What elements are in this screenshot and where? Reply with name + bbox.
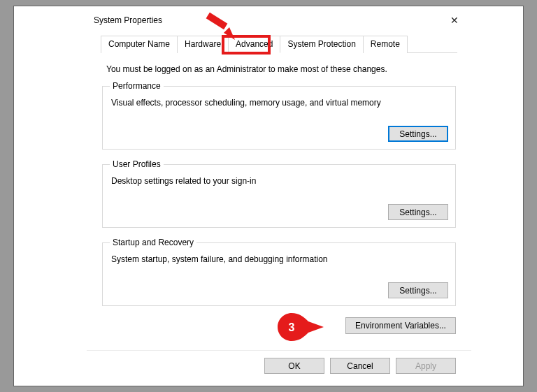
tab-advanced[interactable]: Advanced	[228, 36, 280, 53]
apply-button[interactable]: Apply	[396, 358, 456, 374]
system-properties-dialog: System Properties ✕ Computer Name Hardwa…	[87, 10, 471, 382]
cancel-button[interactable]: Cancel	[330, 358, 390, 374]
group-performance: Performance Visual effects, processor sc…	[102, 81, 456, 150]
dialog-footer: OK Cancel Apply	[87, 350, 471, 382]
window-title: System Properties	[94, 15, 162, 25]
desc-user-profiles: Desktop settings related to your sign-in	[111, 176, 448, 186]
legend-user-profiles: User Profiles	[110, 159, 164, 169]
tab-remote[interactable]: Remote	[363, 36, 408, 53]
ok-button[interactable]: OK	[264, 358, 324, 374]
group-startup-recovery: Startup and Recovery System startup, sys…	[102, 238, 456, 306]
group-user-profiles: User Profiles Desktop settings related t…	[102, 159, 456, 228]
settings-user-profiles-button[interactable]: Settings...	[388, 204, 448, 220]
tab-hardware[interactable]: Hardware	[177, 36, 229, 53]
tab-bar: Computer Name Hardware Advanced System P…	[101, 35, 457, 53]
desc-performance: Visual effects, processor scheduling, me…	[111, 98, 448, 108]
tab-computer-name[interactable]: Computer Name	[101, 36, 178, 53]
tab-content: You must be logged on as an Administrato…	[87, 53, 471, 350]
settings-startup-recovery-button[interactable]: Settings...	[388, 282, 448, 298]
tab-system-protection[interactable]: System Protection	[280, 36, 363, 53]
titlebar: System Properties ✕	[87, 10, 471, 31]
desc-startup-recovery: System startup, system failure, and debu…	[111, 254, 448, 264]
close-icon[interactable]: ✕	[441, 10, 468, 30]
admin-note: You must be logged on as an Administrato…	[106, 64, 456, 74]
settings-performance-button[interactable]: Settings...	[388, 126, 448, 142]
environment-variables-button[interactable]: Environment Variables...	[345, 317, 456, 334]
legend-performance: Performance	[110, 81, 164, 91]
legend-startup-recovery: Startup and Recovery	[110, 238, 196, 247]
